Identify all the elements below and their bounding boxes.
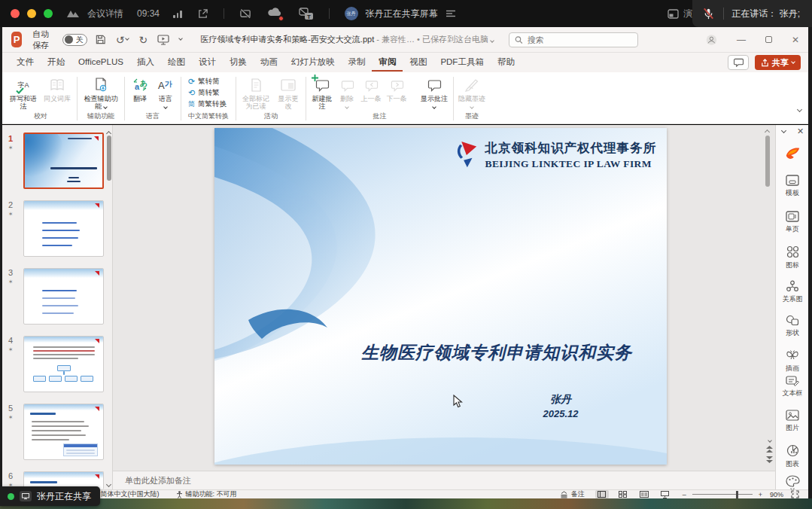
- search-box[interactable]: [509, 32, 638, 47]
- zoom-out-button[interactable]: –: [683, 491, 686, 498]
- slide-thumbnail-3[interactable]: [23, 268, 104, 325]
- window-minimize-button[interactable]: —: [737, 35, 746, 45]
- show-comments-icon: [427, 77, 442, 93]
- chart-icon: [786, 444, 799, 457]
- mic-muted-icon[interactable]: [701, 7, 716, 21]
- sidebar-collapse-button[interactable]: [781, 128, 786, 133]
- tab-record[interactable]: 录制: [341, 53, 372, 72]
- redo-button[interactable]: ↻: [138, 34, 147, 46]
- annotation-disabled-icon[interactable]: [239, 8, 252, 20]
- slide-thumbnail-1[interactable]: [23, 133, 104, 189]
- sidebar-item-pictures[interactable]: 图片: [776, 410, 809, 433]
- meeting-details-menu[interactable]: 会议详情: [87, 8, 123, 20]
- account-avatar-icon[interactable]: [706, 32, 717, 48]
- sidebar-item-single-page[interactable]: 单页: [776, 211, 809, 234]
- slideshow-view-button[interactable]: [658, 490, 672, 498]
- tab-design[interactable]: 设计: [192, 53, 223, 72]
- tab-draw[interactable]: 绘图: [161, 53, 192, 72]
- zoom-slider[interactable]: [692, 494, 753, 495]
- fit-to-window-icon[interactable]: [791, 490, 799, 498]
- tab-file[interactable]: 文件: [10, 53, 41, 72]
- sidebar-item-charts[interactable]: 图表: [776, 444, 809, 469]
- previous-slide-button[interactable]: [766, 446, 773, 453]
- cloud-record-icon[interactable]: [267, 7, 282, 20]
- slide-thumbnail-2[interactable]: [23, 200, 104, 257]
- search-input[interactable]: [528, 35, 632, 44]
- icons-icon: [786, 245, 799, 258]
- translate-button[interactable]: a あ 翻译: [127, 74, 153, 102]
- share-button[interactable]: 共享: [755, 55, 801, 70]
- sidebar-item-shapes[interactable]: 形状: [776, 315, 809, 338]
- participants-list-icon[interactable]: [446, 10, 456, 17]
- group-label: 辅助功能: [80, 110, 122, 123]
- slide-editor[interactable]: 北京领科知识产权代理事务所 BEIJING LINKTEC IP LAW FIR…: [214, 128, 667, 465]
- comments-toggle-button[interactable]: [728, 55, 749, 70]
- autosave-toggle[interactable]: 关: [62, 34, 87, 46]
- open-external-icon[interactable]: [197, 8, 208, 20]
- sidebar-item-templates[interactable]: 模板: [776, 175, 809, 198]
- tab-help[interactable]: 帮助: [491, 53, 522, 72]
- sharing-indicator-overlay[interactable]: 张丹正在共享: [0, 486, 100, 506]
- sidebar-item-textbox[interactable]: 文本框: [776, 375, 809, 398]
- simp-to-trad-button[interactable]: ⟲简转繁: [188, 87, 220, 99]
- tab-view[interactable]: 视图: [403, 53, 433, 72]
- tab-officeplus[interactable]: OfficePLUS: [71, 54, 130, 71]
- sidebar-close-button[interactable]: ✕: [797, 126, 804, 136]
- zoom-level[interactable]: 90%: [770, 491, 783, 498]
- language-icon: A 가: [157, 77, 174, 93]
- zoom-slider-thumb[interactable]: [736, 491, 738, 498]
- next-slide-button[interactable]: [766, 456, 773, 463]
- sidebar-item-illustrations[interactable]: 插画: [776, 349, 809, 373]
- show-changes-icon: [281, 77, 296, 93]
- new-comment-button[interactable]: 新建批注: [309, 74, 336, 110]
- tab-pdf-tools[interactable]: PDF工具箱: [433, 53, 491, 72]
- start-slideshow-icon[interactable]: [157, 35, 169, 45]
- canvas-scroll-up-button[interactable]: [765, 130, 770, 135]
- save-icon[interactable]: [95, 34, 106, 45]
- caption-translate-icon[interactable]: T: [299, 8, 314, 20]
- thumbnails-scrollbar[interactable]: [107, 136, 111, 181]
- tab-home[interactable]: 开始: [41, 53, 71, 72]
- tab-review[interactable]: 审阅: [372, 53, 403, 72]
- notes-pane[interactable]: 单击此处添加备注: [113, 471, 775, 489]
- sidebar-item-diagrams[interactable]: 关系图: [776, 280, 809, 304]
- slide-author[interactable]: 张丹: [493, 393, 628, 407]
- undo-button[interactable]: ↺: [116, 34, 129, 46]
- customize-quick-access-icon[interactable]: [178, 36, 183, 41]
- compatibility-mode-label: - 兼容性…: [376, 35, 415, 44]
- slide-sorter-view-button[interactable]: [616, 490, 630, 498]
- spelling-button[interactable]: 字A 拼写和语法: [7, 74, 40, 110]
- window-maximize-button[interactable]: [765, 36, 772, 43]
- canvas-scrollbar[interactable]: [765, 136, 770, 187]
- tab-animations[interactable]: 动画: [254, 53, 284, 72]
- reading-view-button[interactable]: [637, 490, 651, 498]
- tab-slideshow[interactable]: 幻灯片放映: [284, 53, 342, 72]
- animation-star-icon: ✶: [2, 346, 19, 353]
- now-speaking-overlay: 正在讲话： 张丹;: [692, 0, 812, 27]
- simp-trad-convert-button[interactable]: 简简繁转换: [188, 99, 227, 110]
- layout-icon: [668, 9, 679, 19]
- normal-view-button[interactable]: [595, 490, 609, 498]
- window-close-button[interactable]: ✕: [792, 35, 799, 45]
- slide-thumbnail-4[interactable]: [23, 336, 104, 392]
- sidebar-item-icons[interactable]: 图标: [776, 245, 809, 270]
- speaking-name: 张丹;: [780, 8, 800, 19]
- show-comments-button[interactable]: 显示批注: [418, 74, 451, 110]
- sidebar-item-color-theme[interactable]: [776, 475, 809, 490]
- scroll-down-icon[interactable]: [768, 438, 772, 443]
- slide-thumbnail-5[interactable]: [23, 404, 104, 460]
- slide-date[interactable]: 2025.12: [493, 408, 628, 419]
- tab-insert[interactable]: 插入: [130, 53, 161, 72]
- thumbnails-scroll-down-button[interactable]: [106, 482, 111, 487]
- trad-to-simp-button[interactable]: ⟳繁转简: [188, 76, 220, 87]
- slide-title[interactable]: 生物医疗领域专利申请知识和实务: [327, 341, 666, 364]
- traffic-close-button[interactable]: [11, 9, 20, 18]
- tab-transitions[interactable]: 切换: [223, 53, 254, 72]
- relationship-diagram-icon: [786, 280, 799, 292]
- zoom-in-button[interactable]: +: [759, 491, 762, 498]
- delete-comment-icon: [340, 77, 354, 93]
- traffic-minimize-button[interactable]: [27, 9, 36, 18]
- language-button[interactable]: A 가 语言: [153, 74, 178, 110]
- traffic-zoom-button[interactable]: [44, 9, 53, 18]
- check-accessibility-button[interactable]: 检查辅助功能: [80, 74, 122, 110]
